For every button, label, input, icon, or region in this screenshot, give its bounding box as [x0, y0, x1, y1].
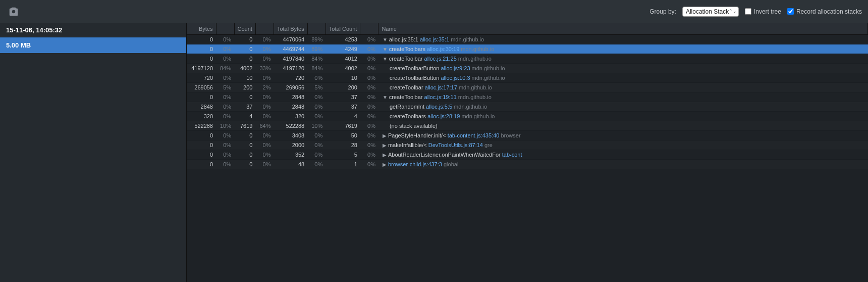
cell-count: 0	[234, 150, 255, 160]
cell-count: 10	[234, 73, 255, 83]
cell-pct1: 0%	[216, 73, 234, 83]
cell-total-bytes: 720	[274, 73, 307, 83]
source-link[interactable]: alloc.js:35:1	[420, 36, 451, 42]
cell-pct4: 0%	[360, 150, 378, 160]
sidebar: 15-11-06, 14:05:32 5.00 MB	[0, 23, 187, 282]
function-name: createToolbarButton	[390, 65, 441, 71]
cell-pct1: 0%	[216, 160, 234, 169]
toolbar: Group by: Allocation Stack Call Stack Ob…	[0, 0, 868, 23]
source-origin: gre	[484, 142, 493, 148]
source-origin: mdn.github.io	[461, 46, 494, 52]
cell-total-count: 1	[326, 160, 360, 169]
function-name: alloc.js:35:1	[389, 36, 420, 42]
cell-total-bytes: 4470064	[274, 35, 307, 44]
cell-pct4: 0%	[360, 44, 378, 54]
cell-bytes: 0	[187, 92, 216, 102]
source-link[interactable]: alloc.js:5:5	[426, 104, 454, 110]
source-link[interactable]: browser-child.js:437:3	[388, 161, 444, 167]
cell-count: 4	[234, 112, 255, 121]
arrow-right-icon[interactable]: ▶	[383, 133, 387, 138]
table-row[interactable]: 3200%40%3200%40%createToolbars alloc.js:…	[187, 112, 868, 121]
arrow-down-icon[interactable]: ▼	[383, 37, 388, 42]
table-row[interactable]: 00%00%28480%370%▼ createToolbar alloc.js…	[187, 92, 868, 102]
cell-pct3: 0%	[307, 73, 326, 83]
source-link[interactable]: alloc.js:28:19	[427, 113, 461, 119]
cell-pct1: 0%	[216, 112, 234, 121]
cell-count: 0	[234, 131, 255, 140]
cell-pct1: 10%	[216, 121, 234, 131]
cell-name: ▼ createToolbars alloc.js:30:19 mdn.gith…	[378, 44, 868, 54]
cell-pct4: 0%	[360, 112, 378, 121]
col-header-total-bytes: Total Bytes	[274, 23, 307, 35]
cell-name: (no stack available)	[378, 121, 868, 131]
col-header-bytes: Bytes	[187, 23, 216, 35]
arrow-right-icon[interactable]: ▶	[383, 152, 387, 158]
col-header-pct2	[255, 23, 274, 35]
table-row[interactable]: 00%00%447006489%42530%▼ alloc.js:35:1 al…	[187, 35, 868, 44]
cell-pct1: 0%	[216, 92, 234, 102]
arrow-down-icon[interactable]: ▼	[383, 56, 388, 62]
table-row[interactable]: 00%00%3520%50%▶ AboutReaderListener.onPa…	[187, 150, 868, 160]
cell-total-bytes: 2848	[274, 92, 307, 102]
source-link[interactable]: tab-cont	[502, 152, 522, 158]
arrow-right-icon[interactable]: ▶	[383, 143, 387, 148]
source-link[interactable]: alloc.js:17:17	[425, 84, 459, 90]
cell-total-count: 28	[326, 140, 360, 150]
cell-bytes: 0	[187, 44, 216, 54]
cell-total-bytes: 4197840	[274, 54, 307, 64]
cell-total-count: 4002	[326, 64, 360, 73]
source-link[interactable]: tab-content.js:435:40	[448, 132, 501, 138]
record-stacks-label[interactable]: Record allocation stacks	[796, 8, 862, 15]
table-row[interactable]: 00%00%20000%280%▶ makeInfallible/< DevTo…	[187, 140, 868, 150]
cell-name: ▼ createToolbar alloc.js:21:25 mdn.githu…	[378, 54, 868, 64]
table-row[interactable]: 7200%100%7200%100%createToolbarButton al…	[187, 73, 868, 83]
arrow-down-icon[interactable]: ▼	[383, 95, 388, 100]
table-row[interactable]: 2690565%2002%2690565%2000%createToolbar …	[187, 83, 868, 92]
cell-count: 0	[234, 140, 255, 150]
cell-name: ▼ createToolbar alloc.js:19:11 mdn.githu…	[378, 92, 868, 102]
cell-pct4: 0%	[360, 54, 378, 64]
cell-pct4: 0%	[360, 102, 378, 112]
invert-tree-checkbox[interactable]	[745, 8, 751, 15]
cell-pct2: 0%	[255, 73, 274, 83]
record-stacks-checkbox[interactable]	[787, 8, 794, 15]
source-link[interactable]: alloc.js:9:23	[441, 65, 471, 71]
cell-total-bytes: 4469744	[274, 44, 307, 54]
source-origin: mdn.github.io	[451, 36, 484, 42]
snapshot-item[interactable]: 15-11-06, 14:05:32	[0, 23, 186, 37]
group-by-select[interactable]: Allocation Stack Call Stack Object Type	[682, 7, 739, 17]
table-body: 00%00%447006489%42530%▼ alloc.js:35:1 al…	[187, 35, 868, 169]
source-link[interactable]: alloc.js:10:3	[441, 75, 471, 81]
arrow-down-icon[interactable]: ▼	[383, 46, 388, 52]
cell-bytes: 720	[187, 73, 216, 83]
cell-pct1: 0%	[216, 150, 234, 160]
source-link[interactable]: alloc.js:21:25	[424, 56, 458, 62]
source-link[interactable]: DevToolsUtils.js:87:14	[428, 142, 484, 148]
cell-pct1: 0%	[216, 131, 234, 140]
cell-pct2: 0%	[255, 160, 274, 169]
cell-pct2: 0%	[255, 131, 274, 140]
cell-total-bytes: 320	[274, 112, 307, 121]
cell-total-bytes: 4197120	[274, 64, 307, 73]
cell-total-count: 37	[326, 92, 360, 102]
cell-pct2: 0%	[255, 140, 274, 150]
invert-tree-label[interactable]: Invert tree	[754, 8, 781, 15]
cell-name: ▶ AboutReaderListener.onPaintWhenWaitedF…	[378, 150, 868, 160]
cell-pct1: 0%	[216, 54, 234, 64]
cell-pct1: 5%	[216, 83, 234, 92]
table-row[interactable]: 00%00%419784084%40120%▼ createToolbar al…	[187, 54, 868, 64]
source-link[interactable]: alloc.js:19:11	[424, 94, 458, 100]
cell-pct4: 0%	[360, 131, 378, 140]
table-row[interactable]: 00%00%34080%500%▶ PageStyleHandler.init/…	[187, 131, 868, 140]
function-name: (no stack available)	[390, 123, 438, 129]
cell-total-bytes: 48	[274, 160, 307, 169]
arrow-right-icon[interactable]: ▶	[383, 162, 387, 167]
table-row[interactable]: 419712084%400233%419712084%40020%createT…	[187, 64, 868, 73]
camera-button[interactable]	[6, 4, 21, 19]
table-row[interactable]: 28480%370%28480%370%getRandomInt alloc.j…	[187, 102, 868, 112]
table-row[interactable]: 00%00%480%10%▶ browser-child.js:437:3 gl…	[187, 160, 868, 169]
table-row[interactable]: 52228810%761964%52228810%76190%(no stack…	[187, 121, 868, 131]
table-row[interactable]: 00%00%446974489%42490%▼ createToolbars a…	[187, 44, 868, 54]
source-link[interactable]: alloc.js:30:19	[427, 46, 461, 52]
function-name: makeInfallible/<	[388, 142, 428, 148]
